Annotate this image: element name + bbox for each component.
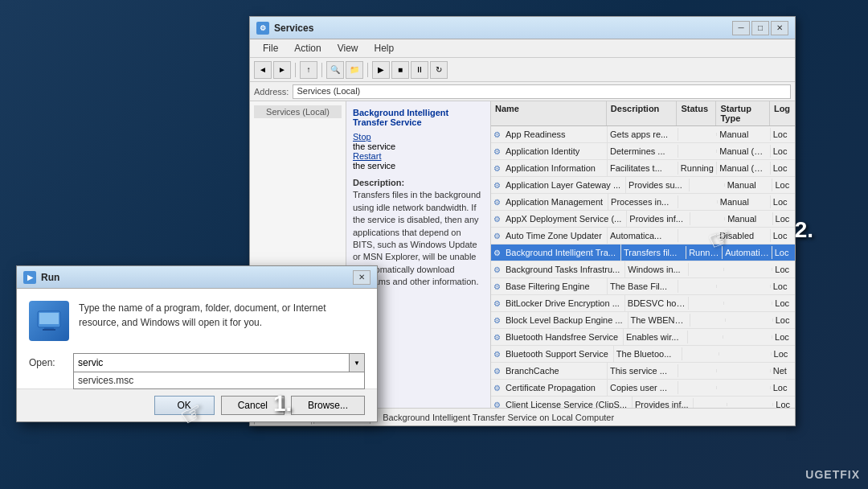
svc-status — [678, 285, 717, 288]
services-window-icon: ⚙ — [256, 22, 269, 35]
menu-view[interactable]: View — [331, 41, 365, 55]
run-input-field[interactable] — [73, 353, 365, 372]
svc-desc: Copies user ... — [608, 381, 678, 394]
svc-startup — [723, 335, 772, 339]
svc-startup — [726, 318, 773, 322]
service-row[interactable]: ⚙ App Readiness Gets apps re... Manual L… — [491, 126, 795, 143]
svc-name: Auto Time Zone Updater — [503, 229, 604, 242]
svc-startup — [724, 268, 772, 271]
address-bar: Address: Services (Local) — [250, 82, 795, 101]
run-description: Type the name of a program, folder, docu… — [79, 301, 365, 341]
minimize-button[interactable]: ─ — [732, 21, 750, 35]
stop-service-link[interactable]: Stop — [353, 132, 484, 142]
restart-button[interactable]: ↻ — [430, 61, 448, 79]
run-close-button[interactable]: ✕ — [353, 270, 371, 285]
run-title-left: ▶ Run — [23, 271, 59, 284]
service-row[interactable]: ⚙ BranchCache This service ... Net — [491, 363, 795, 380]
col-log-header[interactable]: Log — [770, 101, 795, 125]
menu-bar: File Action View Help — [250, 39, 795, 58]
svc-status — [690, 183, 725, 187]
svc-desc: Gets apps re... — [608, 128, 678, 141]
close-button[interactable]: ✕ — [771, 21, 788, 35]
stop-button[interactable]: ■ — [391, 61, 409, 79]
svc-desc: BDESVC hos... — [625, 297, 689, 310]
service-row[interactable]: ⚙ Bluetooth Support Service The Bluetoo.… — [491, 346, 795, 363]
svc-startup — [724, 302, 772, 305]
folders-button[interactable]: 📁 — [346, 61, 363, 79]
svc-log: Net — [771, 364, 795, 377]
desktop: ⚙ Services ─ □ ✕ File Action View Help ◄… — [0, 0, 868, 489]
service-row[interactable]: ⚙ Auto Time Zone Updater Automatica... D… — [491, 228, 795, 244]
restart-service-link[interactable]: Restart — [353, 151, 484, 161]
col-status-header[interactable]: Status — [677, 101, 716, 125]
service-row[interactable]: ⚙ Application Identity Determines ... Ma… — [491, 143, 795, 160]
svc-name: Bluetooth Support Service — [503, 347, 611, 360]
svc-desc: This service ... — [608, 364, 678, 377]
menu-action[interactable]: Action — [288, 41, 327, 55]
service-row[interactable]: ⚙ Bluetooth Handsfree Service Enables wi… — [491, 329, 795, 346]
play-button[interactable]: ▶ — [372, 61, 390, 79]
forward-button[interactable]: ► — [273, 61, 291, 79]
col-startup-header[interactable]: Startup Type — [716, 101, 770, 125]
run-titlebar: ▶ Run ✕ — [17, 266, 377, 289]
svc-log: Loc — [773, 212, 795, 225]
svc-status — [688, 335, 723, 339]
search-button[interactable]: 🔍 — [326, 61, 344, 79]
run-window-icon: ▶ — [23, 271, 36, 284]
menu-help[interactable]: Help — [368, 41, 401, 55]
svc-name: App Readiness — [503, 128, 568, 141]
svc-log: Loc — [771, 162, 795, 175]
run-content: Type the name of a program, folder, docu… — [29, 301, 365, 341]
svc-desc: Transfers fil... — [621, 246, 686, 259]
service-row[interactable]: ⚙ Block Level Backup Engine ... The WBEN… — [491, 312, 795, 329]
status-text: Background Intelligent Transfer Service … — [375, 413, 614, 422]
run-dropdown-arrow[interactable]: ▼ — [349, 353, 365, 372]
svc-startup: Manual — [725, 212, 772, 225]
svc-desc: The Base Fil... — [608, 280, 678, 293]
the-service-label: the service — [353, 142, 395, 151]
service-row[interactable]: ⚙ Application Layer Gateway ... Provides… — [491, 177, 795, 194]
svc-name: Block Level Backup Engine ... — [503, 314, 625, 327]
svc-desc: Provides inf... — [627, 212, 690, 225]
svc-desc: Determines ... — [608, 145, 678, 158]
svc-status — [678, 150, 717, 153]
svc-status — [678, 369, 717, 372]
svc-log: Loc — [772, 347, 795, 360]
run-autocomplete: services.msc — [73, 372, 365, 389]
service-row[interactable]: ⚙ Background Intelligent Tra... Transfer… — [491, 244, 795, 261]
service-row[interactable]: ⚙ Base Filtering Engine The Base Fil... … — [491, 278, 795, 295]
desc-label: Description: — [353, 178, 404, 187]
svc-startup — [717, 285, 770, 288]
service-row[interactable]: ⚙ AppX Deployment Service (... Provides … — [491, 211, 795, 228]
svc-log: Loc — [772, 179, 795, 191]
service-row[interactable]: ⚙ Certificate Propagation Copies user ..… — [491, 380, 795, 397]
up-button[interactable]: ↑ — [300, 61, 317, 79]
svc-desc: Processes in... — [608, 195, 678, 208]
service-row[interactable]: ⚙ Application Information Facilitates t.… — [491, 160, 795, 177]
run-browse-button[interactable]: Browse... — [291, 396, 365, 415]
toolbar-separator-2 — [321, 63, 322, 77]
address-label: Address: — [254, 87, 289, 97]
svc-status — [694, 403, 727, 406]
maximize-button[interactable]: □ — [751, 21, 769, 35]
svg-rect-1 — [39, 313, 59, 324]
pause-button[interactable]: ⏸ — [411, 61, 428, 79]
svc-name: Certificate Propagation — [503, 381, 598, 394]
service-row[interactable]: ⚙ Background Tasks Infrastru... Windows … — [491, 261, 795, 278]
svc-log: Loc — [773, 314, 795, 327]
svc-startup: Manual — [725, 179, 773, 191]
menu-file[interactable]: File — [256, 41, 285, 55]
run-input-row: Open: ▼ services.msc — [29, 353, 365, 372]
back-button[interactable]: ◄ — [254, 61, 272, 79]
service-row[interactable]: ⚙ Application Management Processes in...… — [491, 194, 795, 211]
svc-startup — [719, 352, 771, 355]
col-desc-header[interactable]: Description — [607, 101, 678, 125]
run-open-label: Open: — [29, 357, 65, 368]
autocomplete-item-services[interactable]: services.msc — [74, 372, 364, 388]
toolbar: ◄ ► ↑ 🔍 📁 ▶ ■ ⏸ ↻ — [250, 58, 795, 82]
services-table: ⚙ App Readiness Gets apps re... Manual L… — [491, 126, 795, 423]
col-name-header[interactable]: Name — [491, 101, 607, 125]
svc-log: Loc — [771, 145, 795, 158]
service-row[interactable]: ⚙ BitLocker Drive Encryption ... BDESVC … — [491, 295, 795, 312]
svc-status — [682, 352, 720, 355]
